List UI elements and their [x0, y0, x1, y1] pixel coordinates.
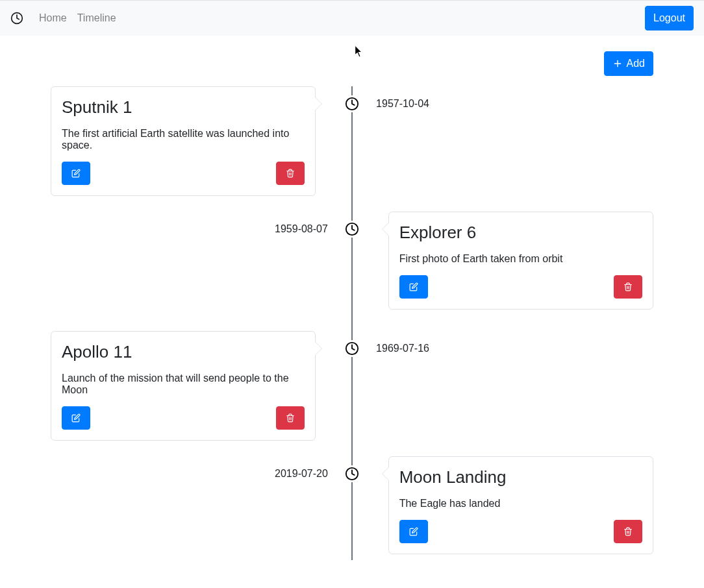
- clock-icon: [10, 12, 23, 25]
- timeline-node-icon: [344, 95, 360, 112]
- event-description: Launch of the mission that will send peo…: [62, 373, 305, 396]
- main-container: Add 1957-10-04Sputnik 1The first artific…: [40, 36, 664, 560]
- timeline-item: 1957-10-04Sputnik 1The first artificial …: [51, 86, 653, 196]
- nav-timeline[interactable]: Timeline: [72, 7, 121, 29]
- edit-button[interactable]: [399, 520, 428, 543]
- event-title: Explorer 6: [399, 223, 642, 243]
- brand-logo: [10, 12, 23, 25]
- nav-home[interactable]: Home: [34, 7, 72, 29]
- trash-icon: [623, 282, 633, 291]
- add-button-label: Add: [627, 56, 645, 71]
- edit-button[interactable]: [399, 275, 428, 299]
- event-date: 1959-08-07: [275, 223, 328, 235]
- plus-icon: [612, 58, 623, 69]
- edit-button[interactable]: [62, 162, 90, 185]
- timeline-node-icon: [344, 465, 360, 482]
- event-date: 2019-07-20: [275, 468, 328, 480]
- timeline-node-icon: [344, 221, 360, 238]
- navbar: Home Timeline Logout: [0, 0, 704, 36]
- event-card: Apollo 11Launch of the mission that will…: [51, 331, 316, 441]
- edit-icon: [409, 282, 418, 291]
- timeline-item: 2019-07-20Moon LandingThe Eagle has land…: [51, 456, 653, 560]
- timeline-item: 1959-08-07Explorer 6First photo of Earth…: [51, 212, 653, 315]
- event-description: The first artificial Earth satellite was…: [62, 128, 305, 151]
- event-card: Moon LandingThe Eagle has landed: [388, 456, 653, 554]
- event-card: Explorer 6First photo of Earth taken fro…: [388, 212, 653, 310]
- logout-button[interactable]: Logout: [645, 6, 694, 31]
- add-button[interactable]: Add: [604, 51, 653, 76]
- event-date: 1957-10-04: [376, 98, 429, 110]
- timeline-node-icon: [344, 340, 360, 357]
- delete-button[interactable]: [276, 406, 305, 430]
- trash-icon: [286, 413, 295, 423]
- timeline: 1957-10-04Sputnik 1The first artificial …: [51, 86, 653, 560]
- delete-button[interactable]: [614, 520, 642, 543]
- event-title: Moon Landing: [399, 467, 642, 487]
- timeline-item: 1969-07-16Apollo 11Launch of the mission…: [51, 331, 653, 441]
- event-description: The Eagle has landed: [399, 498, 642, 509]
- edit-icon: [409, 527, 418, 536]
- trash-icon: [286, 169, 295, 178]
- edit-button[interactable]: [62, 406, 90, 430]
- edit-icon: [71, 169, 81, 178]
- event-date: 1969-07-16: [376, 343, 429, 354]
- trash-icon: [623, 527, 633, 536]
- edit-icon: [71, 413, 81, 423]
- event-title: Apollo 11: [62, 342, 305, 362]
- event-title: Sputnik 1: [62, 97, 305, 117]
- event-card: Sputnik 1The first artificial Earth sate…: [51, 86, 316, 196]
- delete-button[interactable]: [276, 162, 305, 185]
- delete-button[interactable]: [614, 275, 642, 299]
- event-description: First photo of Earth taken from orbit: [399, 253, 642, 265]
